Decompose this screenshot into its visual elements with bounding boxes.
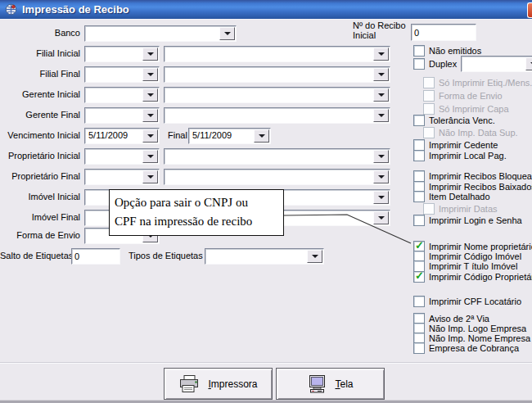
- window-title: Impressão de Recibo: [22, 3, 129, 16]
- dropdown-arrow-icon[interactable]: [142, 48, 158, 61]
- filial-inicial-desc-combobox[interactable]: [164, 46, 390, 62]
- callout-note: Opção para sair o CNPJ ou CPF na impress…: [109, 189, 284, 236]
- checkbox-label: Não Imp. Logo Empresa: [429, 324, 526, 333]
- dropdown-arrow-icon[interactable]: [373, 191, 389, 204]
- title-bar[interactable]: Impressão de Recibo: [0, 0, 532, 20]
- checkbox-label: Imprimir Código Imóvel: [429, 251, 521, 261]
- dropdown-arrow-icon[interactable]: [142, 88, 158, 102]
- label-banco: Banco: [0, 28, 80, 38]
- checkbox-label: Imprimir Recibos Bloqueados: [429, 171, 532, 181]
- label-tipos-de-etiquetas: Tipos de Etiquetas: [128, 251, 203, 260]
- checkbox-box[interactable]: [413, 150, 425, 161]
- checkbox-duplex[interactable]: Duplex: [413, 58, 457, 69]
- checkbox-label: Não Imp. Nome Empresa: [429, 333, 530, 343]
- checkbox-so-imprimir-capa: Só Imprimir Capa: [423, 103, 509, 114]
- dropdown-arrow-icon[interactable]: [525, 57, 532, 70]
- checkbox-box[interactable]: [413, 139, 425, 151]
- dropdown-arrow-icon[interactable]: [142, 129, 158, 143]
- vencimento-final-datepicker[interactable]: 5/11/2009: [188, 128, 271, 144]
- salto-de-etiquetas-input[interactable]: [71, 248, 120, 265]
- checkbox-imprimir-datas: Imprimir Datas: [423, 203, 498, 214]
- banco-combobox[interactable]: [84, 25, 237, 42]
- label-imovel-inicial: Imóvel Inicial: [0, 192, 80, 202]
- vencimento-inicial-datepicker[interactable]: 5/11/2009: [84, 128, 160, 144]
- checkbox-imprimir-cedente[interactable]: Imprimir Cedente: [413, 139, 498, 150]
- label-proprietario-final: Proprietário Final: [0, 171, 80, 181]
- checkbox-label: Forma de Envio: [439, 91, 503, 101]
- checkbox-item-detalhado[interactable]: Item Detalhado: [413, 191, 490, 202]
- dropdown-arrow-icon[interactable]: [373, 170, 389, 183]
- checkbox-box[interactable]: [413, 296, 425, 307]
- checkbox-imprimir-recibos-bloqueados[interactable]: Imprimir Recibos Bloqueados: [413, 170, 532, 181]
- checkbox-imprimir-titulo-imovel[interactable]: Imprimir T ítulo Imóvel: [413, 260, 517, 271]
- checkbox-nao-imp-data-sup: Não Imp. Data Sup.: [423, 127, 518, 138]
- label-imovel-final: Imóvel Final: [0, 212, 80, 222]
- checkbox-imprimir-login-e-senha[interactable]: Imprimir Login e Senha: [413, 215, 522, 225]
- dropdown-arrow-icon[interactable]: [142, 170, 158, 183]
- checkbox-box[interactable]: [413, 271, 425, 283]
- dropdown-arrow-icon[interactable]: [373, 211, 389, 224]
- dropdown-arrow-icon[interactable]: [373, 88, 389, 102]
- button-label: Impressora: [208, 378, 257, 390]
- checkbox-imprimir-local-pag[interactable]: Imprimir Local Pag.: [413, 150, 507, 161]
- checkbox-box[interactable]: [413, 215, 425, 226]
- receipt-number-input[interactable]: [411, 24, 476, 41]
- checkbox-box[interactable]: [413, 342, 425, 354]
- receipt-number-label-line2: Inicial: [353, 30, 376, 40]
- tela-button[interactable]: Tela: [276, 368, 385, 400]
- checkbox-label: Imprimir Cedente: [429, 140, 498, 150]
- proprietario-inicial-combobox[interactable]: [84, 148, 160, 165]
- filial-inicial-combobox[interactable]: [84, 46, 160, 62]
- checkbox-label: Duplex: [429, 59, 457, 69]
- dropdown-arrow-icon[interactable]: [373, 109, 389, 122]
- checkbox-nao-emitidos[interactable]: Não emitidos: [413, 45, 481, 56]
- checkbox-label: Imprimir Datas: [439, 204, 498, 214]
- close-button[interactable]: [527, 2, 532, 18]
- checkbox-box: [423, 127, 435, 138]
- dropdown-arrow-icon[interactable]: [307, 250, 322, 263]
- dropdown-arrow-icon[interactable]: [219, 27, 235, 40]
- gerente-final-desc-combobox[interactable]: [164, 107, 390, 124]
- checkbox-imprimir-cpf-locatario[interactable]: Imprimir CPF Locatário: [413, 296, 521, 306]
- checkbox-label: Imprimir CPF Locatário: [429, 297, 521, 306]
- dropdown-arrow-icon[interactable]: [142, 109, 158, 122]
- label-gerente-final: Gerente Final: [0, 110, 80, 120]
- impressora-button[interactable]: Impressora: [164, 368, 273, 400]
- duplex-combobox[interactable]: [461, 56, 532, 72]
- label-filial-inicial: Filial Inicial: [0, 48, 80, 58]
- checkbox-box[interactable]: [413, 191, 425, 202]
- dropdown-arrow-icon[interactable]: [142, 150, 158, 163]
- filial-final-combobox[interactable]: [84, 66, 160, 83]
- tipos-de-etiquetas-combobox[interactable]: [205, 248, 324, 265]
- impressao-de-recibo-dialog: Impressão de Recibo Nº do Recibo Inicial…: [0, 0, 532, 403]
- label-forma-de-envio: Forma de Envio: [0, 230, 80, 240]
- globe-icon: [5, 3, 17, 16]
- checkbox-box: [423, 90, 435, 102]
- checkbox-box: [423, 103, 435, 115]
- checkbox-box: [423, 203, 435, 215]
- gerente-final-combobox[interactable]: [84, 107, 160, 124]
- gerente-inicial-desc-combobox[interactable]: [164, 87, 390, 103]
- separator-line: [0, 362, 532, 364]
- checkbox-box[interactable]: [413, 45, 425, 57]
- dropdown-arrow-icon[interactable]: [373, 150, 389, 163]
- checkbox-label: Imprimir Recibos Baixados: [429, 182, 532, 192]
- checkbox-imprimir-codigo-proprietario[interactable]: Imprimir Código Proprietário: [413, 271, 532, 282]
- proprietario-final-desc-combobox[interactable]: [164, 169, 390, 185]
- checkbox-box[interactable]: [413, 170, 425, 182]
- checkbox-tolerancia-venc[interactable]: Tolerância Venc.: [413, 115, 495, 125]
- gerente-inicial-combobox[interactable]: [84, 87, 160, 103]
- checkbox-box[interactable]: [413, 58, 425, 70]
- dropdown-arrow-icon[interactable]: [142, 68, 158, 81]
- proprietario-inicial-desc-combobox[interactable]: [164, 148, 390, 165]
- filial-final-desc-combobox[interactable]: [164, 66, 390, 83]
- dropdown-arrow-icon[interactable]: [373, 68, 389, 81]
- checkbox-box[interactable]: [413, 115, 425, 126]
- dropdown-arrow-icon[interactable]: [254, 129, 269, 143]
- label-salto-de-etiquetas: Salto de Etiquetas: [0, 251, 69, 260]
- proprietario-final-combobox[interactable]: [84, 169, 160, 185]
- checkbox-label: Imprimir Login e Senha: [429, 215, 522, 225]
- dropdown-arrow-icon[interactable]: [373, 48, 389, 61]
- checkbox-forma-de-envio: Forma de Envio: [423, 90, 503, 101]
- checkbox-empresa-de-cobranca[interactable]: Empresa de Cobrança: [413, 342, 519, 353]
